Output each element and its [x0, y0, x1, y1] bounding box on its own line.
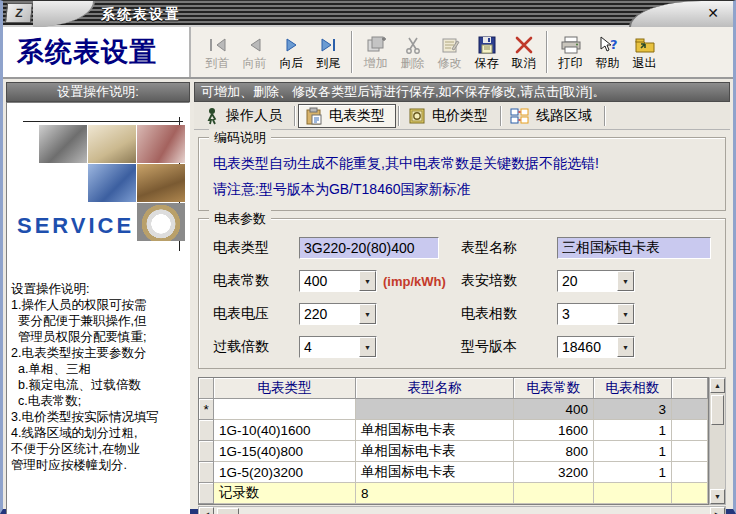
cell[interactable]: 400	[514, 399, 594, 420]
field-label-meter-type: 电表类型	[213, 239, 299, 257]
row-selector-header	[199, 378, 214, 399]
meter-constant-select[interactable]: 400 ▼	[299, 270, 377, 292]
cell[interactable]: 1G-10(40)1600	[214, 420, 356, 441]
svg-text:?: ?	[610, 37, 618, 52]
cell[interactable]	[214, 399, 356, 420]
data-grid: 电表类型 表型名称 电表常数 电表相数 * 400 3	[198, 377, 709, 505]
add-record-icon	[364, 34, 388, 56]
scroll-up-icon[interactable]: ▲	[710, 378, 725, 393]
cell[interactable]: 单相国标电卡表	[356, 441, 514, 462]
col-header-phases[interactable]: 电表相数	[594, 378, 672, 399]
printer-icon	[559, 34, 583, 56]
price-book-icon	[408, 107, 426, 125]
cell[interactable]	[356, 399, 514, 420]
vertical-scroll-thumb[interactable]	[711, 395, 724, 425]
tab-separator	[398, 106, 400, 126]
cell[interactable]: 1	[594, 462, 672, 483]
coding-note-line2: 请注意:型号版本为GB/T18460国家新标准	[207, 176, 717, 202]
sidebar-header: 设置操作说明:	[6, 82, 190, 102]
meter-params-title: 电表参数	[209, 210, 271, 228]
service-collage-image: SERVICE	[23, 117, 183, 267]
chevron-down-icon[interactable]: ▼	[359, 271, 376, 291]
person-icon	[204, 107, 220, 125]
cell[interactable]: 800	[514, 441, 594, 462]
horizontal-scrollbar[interactable]: ◀ ▶	[198, 506, 726, 514]
help-button[interactable]: ? 帮助	[589, 29, 626, 75]
tab-price-type[interactable]: 电价类型	[402, 104, 498, 128]
field-label-overload: 过载倍数	[213, 338, 299, 356]
cell-filler	[672, 399, 708, 420]
collage-line	[23, 121, 183, 122]
first-record-button[interactable]: 到首	[199, 29, 236, 75]
print-button[interactable]: 打印	[552, 29, 589, 75]
scroll-left-icon[interactable]: ◀	[199, 507, 214, 514]
cancel-button[interactable]: 取消	[505, 29, 542, 75]
phases-select[interactable]: 3 ▼	[557, 303, 635, 325]
cell[interactable]: 3	[594, 399, 672, 420]
model-name-field[interactable]: 三相国标电卡表	[557, 237, 711, 259]
cell[interactable]: 1	[594, 441, 672, 462]
next-record-button[interactable]: 向后	[273, 29, 310, 75]
model-version-select[interactable]: 18460 ▼	[557, 336, 635, 358]
col-header-meter-type[interactable]: 电表类型	[214, 378, 356, 399]
col-header-meter-constant[interactable]: 电表常数	[514, 378, 594, 399]
field-label-voltage: 电表电压	[213, 305, 299, 323]
table-row[interactable]: 1G-15(40)800 单相国标电卡表 800 1	[199, 441, 708, 462]
add-button[interactable]: 增加	[357, 29, 394, 75]
horizontal-scroll-thumb[interactable]	[217, 508, 239, 514]
chevron-down-icon[interactable]: ▼	[359, 304, 376, 324]
table-row-new[interactable]: * 400 3	[199, 399, 708, 420]
app-title-panel: 系统表设置	[3, 27, 191, 77]
tab-separator	[500, 106, 502, 126]
field-label-model-name: 表型名称	[461, 239, 557, 257]
page-title: 系统表设置	[17, 34, 157, 70]
vertical-scrollbar[interactable]: ▲ ▼	[709, 377, 726, 505]
window-title: 系统表设置	[101, 6, 181, 24]
save-button[interactable]: 保存	[468, 29, 505, 75]
delete-button[interactable]: 删除	[394, 29, 431, 75]
photo-tile-keyboard	[88, 164, 136, 202]
cell[interactable]: 1	[594, 420, 672, 441]
sidebar: 设置操作说明: SERVICE 设置操作说明: 1.操作人员的权限可按需 要分配…	[6, 82, 190, 514]
tab-meter-type[interactable]: 电表类型	[298, 104, 396, 128]
new-row-marker: *	[199, 399, 214, 420]
chevron-down-icon[interactable]: ▼	[617, 304, 634, 324]
col-header-filler	[672, 378, 708, 399]
next-record-icon	[280, 34, 304, 56]
tab-line-region[interactable]: 线路区域	[504, 104, 602, 128]
chevron-down-icon[interactable]: ▼	[359, 337, 376, 357]
voltage-select[interactable]: 220 ▼	[299, 303, 377, 325]
cell[interactable]: 单相国标电卡表	[356, 420, 514, 441]
meter-type-field[interactable]: 3G220-20(80)400	[299, 237, 439, 259]
chevron-down-icon[interactable]: ▼	[617, 337, 634, 357]
field-label-phases: 电表相数	[461, 305, 557, 323]
toolbar-separator	[546, 31, 548, 73]
overload-select[interactable]: 4 ▼	[299, 336, 377, 358]
exit-button[interactable]: 退出	[626, 29, 663, 75]
field-label-model-version: 型号版本	[461, 338, 557, 356]
table-row[interactable]: 1G-5(20)3200 单相国标电卡表 3200 1	[199, 462, 708, 483]
record-count-label: 记录数	[214, 483, 356, 504]
cell[interactable]: 1G-5(20)3200	[214, 462, 356, 483]
meter-params-group: 电表参数 电表类型 3G220-20(80)400 表型名称 三相国标电卡表 电…	[198, 218, 726, 369]
table-row[interactable]: 1G-10(40)1600 单相国标电卡表 1600 1	[199, 420, 708, 441]
close-icon[interactable]: ✕	[703, 4, 723, 22]
photo-tile-books	[137, 164, 185, 202]
chevron-down-icon[interactable]: ▼	[617, 271, 634, 291]
cell[interactable]: 3200	[514, 462, 594, 483]
tab-operators[interactable]: 操作人员	[198, 104, 292, 128]
cell[interactable]: 1G-15(40)800	[214, 441, 356, 462]
amperage-select[interactable]: 20 ▼	[557, 270, 635, 292]
tab-separator	[294, 106, 296, 126]
col-header-model-name[interactable]: 表型名称	[356, 378, 514, 399]
scroll-right-icon[interactable]: ▶	[710, 507, 725, 514]
cell[interactable]: 1600	[514, 420, 594, 441]
modify-button[interactable]: 修改	[431, 29, 468, 75]
table-header-row: 电表类型 表型名称 电表常数 电表相数	[199, 378, 708, 399]
service-wordmark: SERVICE	[17, 213, 134, 239]
last-record-button[interactable]: 到尾	[310, 29, 347, 75]
table-footer-row: 记录数 8	[199, 483, 708, 504]
scroll-down-icon[interactable]: ▼	[710, 489, 725, 504]
cell[interactable]: 单相国标电卡表	[356, 462, 514, 483]
prev-record-button[interactable]: 向前	[236, 29, 273, 75]
